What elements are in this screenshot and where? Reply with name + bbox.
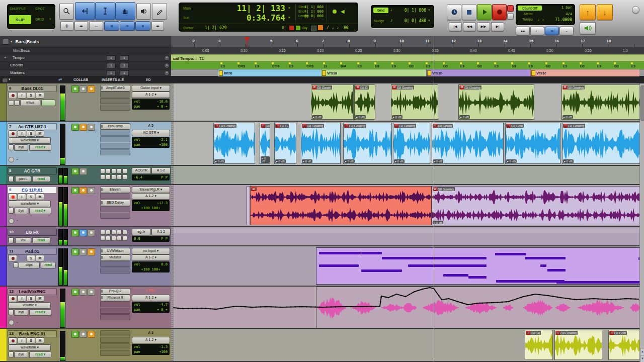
automation-breakpoint[interactable] [466,304,467,305]
track-m-button[interactable]: M [36,295,44,302]
automation-breakpoint[interactable] [448,298,450,300]
automation-breakpoint[interactable] [256,306,257,308]
insert-slot-empty[interactable] [100,193,130,199]
automation-breakpoint[interactable] [422,289,424,290]
track-s-button[interactable]: S [27,295,35,302]
insert-slot-empty[interactable] [100,136,130,142]
automation-breakpoint[interactable] [205,308,207,309]
scrub-tool-button[interactable] [136,3,151,20]
chords-default-box2[interactable]: 1 [120,63,129,68]
track-s-button[interactable]: S [27,194,35,200]
midi-note[interactable] [525,257,566,259]
collab-icon[interactable] [88,85,95,93]
nudge-dropdown-icon[interactable]: ▾ [428,19,430,23]
meter-value[interactable]: 4/4 [545,12,572,16]
track-name-box[interactable]: 6Bass DI.01 [8,85,57,92]
main-counter-value[interactable]: 11| 2| 133 [199,4,285,13]
track-m-button[interactable]: M [36,130,44,137]
tempo-default-box2[interactable]: 1 [120,55,129,61]
group-icon[interactable] [9,144,14,150]
count-off-button[interactable]: ♩ [530,27,544,35]
clip-gain-badge[interactable]: ▸ 0 dB [394,159,405,163]
automation-breakpoint[interactable] [260,306,262,308]
mode-grid-arrow-icon[interactable]: ▾ [49,17,51,21]
trim-tool-button[interactable] [75,2,95,20]
automation-breakpoint[interactable] [233,306,234,308]
automation-mode-button[interactable]: read [32,237,50,243]
track-lane[interactable]: Gil GoGil GowingGil Goin [171,329,644,361]
collab-icon[interactable] [71,124,79,131]
audio-clip[interactable]: Gil Gowin▸ 0 dB [432,123,504,164]
marker-region[interactable]: Vrs1a [321,69,427,76]
automation-breakpoint[interactable] [396,294,397,295]
automation-breakpoint[interactable] [275,306,277,308]
insert-slot[interactable]: Mutator [100,254,130,261]
automation-breakpoint[interactable] [476,303,478,304]
scrollbar-thumb[interactable] [640,85,644,121]
automation-breakpoint[interactable] [295,306,296,308]
automation-breakpoint[interactable] [331,306,332,308]
online-button[interactable] [447,4,461,20]
audio-clip[interactable]: Gil Goin [608,330,641,360]
fast-forward-button[interactable]: ▶▶ [477,22,490,31]
track-color-strip[interactable] [0,329,7,361]
collab-icon[interactable] [88,248,95,255]
automation-breakpoint[interactable] [381,296,382,297]
vertical-scrollbar[interactable]: ▲ ▼ [639,83,644,362]
minsec-ruler[interactable]: 0:050:100:150:200:250:300:350:400:450:50… [171,47,644,54]
record-arm-button[interactable] [9,295,17,302]
nudge-value[interactable]: 0| 0| 480 [395,19,426,23]
midi-note[interactable] [361,269,402,272]
automation-breakpoint[interactable] [523,296,524,298]
automation-breakpoint[interactable] [240,306,242,307]
collab-icon[interactable] [71,248,79,255]
audio-clip[interactable]: Gil Gowing▸ 0 dB [432,186,644,225]
automation-breakpoint[interactable] [438,295,440,297]
automation-breakpoint[interactable] [477,303,479,304]
tracklist-dropdown-icon[interactable]: ▾ [9,77,11,81]
rtz-button[interactable]: |◀ [449,22,462,31]
track-s-button[interactable]: S [27,255,35,261]
tempo-plus-button[interactable]: + [164,55,170,61]
automation-breakpoint[interactable] [487,302,488,304]
minsec-ruler-name-row[interactable]: Min:Secs [0,47,171,54]
insert-slot-empty[interactable] [100,337,130,343]
midi-note[interactable] [468,276,487,279]
track-s-button[interactable]: S [27,337,35,344]
io-output-path[interactable]: A 1-2 [151,167,171,174]
midi-merge-up-button[interactable]: ↑ [580,4,596,20]
automation-breakpoint[interactable] [299,306,301,308]
tracklist-menu-icon[interactable] [2,78,8,83]
automation-mode-button[interactable]: read ▾ [29,208,51,214]
selector-tool-button[interactable] [95,2,115,20]
automation-breakpoint[interactable] [472,303,473,305]
automation-breakpoint[interactable] [560,297,562,299]
insert-slot-empty[interactable] [100,92,130,98]
track-m-button[interactable]: M [36,194,44,200]
record-arm-button[interactable] [9,130,17,137]
track-lane[interactable] [171,166,644,184]
insert-mini-slot[interactable] [122,174,127,179]
midi-note[interactable] [408,264,487,267]
gray-indicator[interactable] [311,26,316,31]
clip-gain-badge[interactable]: ▸ 0 dB [355,115,366,119]
automation-breakpoint[interactable] [527,295,529,297]
collab-icon[interactable] [79,85,87,93]
automation-breakpoint[interactable] [441,299,443,301]
count-off-value[interactable]: 1 bar [545,6,572,10]
automation-breakpoint[interactable] [301,306,303,308]
automation-breakpoint[interactable] [366,306,368,307]
automation-breakpoint[interactable] [630,298,632,300]
automation-breakpoint[interactable] [580,299,582,300]
automation-breakpoint[interactable] [228,307,230,308]
automation-breakpoint[interactable] [589,298,591,300]
automation-breakpoint[interactable] [183,308,185,310]
bars-ruler-name-row[interactable]: ▾ Bars|Beats [0,36,171,47]
mode-shuffle[interactable]: SHUFFLE [10,7,26,11]
voice-icon[interactable] [9,157,14,162]
toolbar-menu-button[interactable] [632,6,639,14]
pencil-tool-button[interactable] [152,3,167,20]
clip-gain-badge[interactable]: ▸ 0 dB [563,159,574,163]
go-to-end-button[interactable]: ▶| [491,22,504,31]
track-lane[interactable] [171,246,644,286]
